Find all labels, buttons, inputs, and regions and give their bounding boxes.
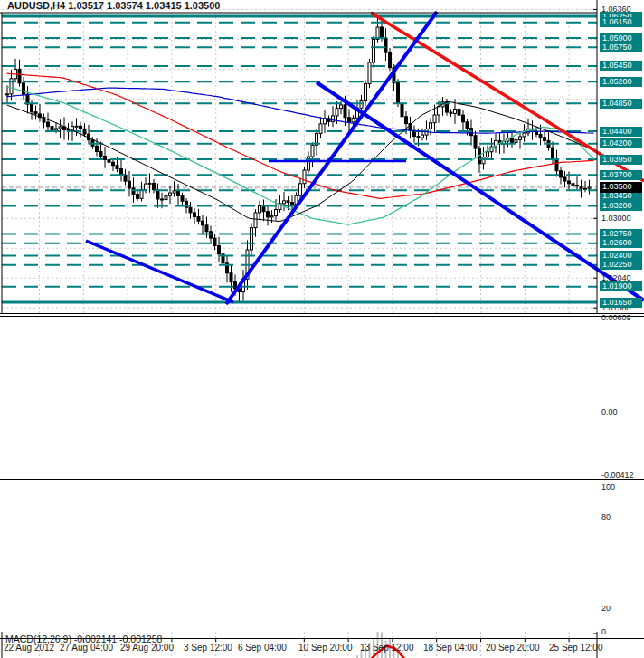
price-level-label: 1.05450	[600, 61, 642, 71]
price-level-label: 1.02600	[600, 238, 642, 248]
time-axis-label: 6 Sep 04:00	[238, 643, 287, 653]
stoch-axis-label: 100	[601, 482, 615, 491]
stoch-axis-label: 0	[601, 627, 606, 636]
price-level-label: 1.03700	[600, 170, 642, 180]
mt4-chart-window: AUDUSD,H4 1.03517 1.03574 1.03415 1.0350…	[0, 0, 644, 658]
main-chart-canvas[interactable]	[0, 0, 644, 314]
price-level-label: 1.04400	[600, 127, 642, 137]
panel-separator-line	[0, 313, 644, 314]
price-level-label: 1.01900	[600, 281, 642, 291]
main-chart-panel: AUDUSD,H4 1.03517 1.03574 1.03415 1.0350…	[0, 0, 644, 314]
stoch-axis-label: 20	[601, 604, 611, 613]
price-level-label: 1.06150	[600, 17, 642, 27]
time-axis-label: 20 Sep 20:00	[486, 643, 540, 653]
time-axis-label: 25 Sep 12:00	[549, 643, 603, 653]
macd-axis-label: -0.00412	[601, 471, 634, 480]
price-level-label: 1.03950	[600, 155, 642, 165]
time-axis-label: 13 Sep 12:00	[360, 643, 414, 653]
macd-label: MACD(12,26,9) -0.002141 -0.001258	[5, 634, 162, 644]
macd-axis-label: 0.00	[601, 407, 618, 416]
price-level-label: 1.04200	[600, 138, 642, 148]
price-level-label: 1.05200	[600, 77, 642, 87]
stoch-axis-label: 80	[601, 512, 611, 521]
macd-panel: MACD(12,26,9) -0.002141 -0.001258	[0, 316, 644, 479]
price-level-label: 1.02250	[600, 260, 642, 270]
time-axis-label: 18 Sep 04:00	[423, 643, 478, 653]
price-axis[interactable]: 1.063601.030001.020401.015601.062501.061…	[598, 0, 644, 638]
panel-separator-line	[0, 479, 644, 480]
panel-separator-line	[0, 482, 644, 482]
price-level-label: 1.05750	[600, 43, 642, 52]
price-level-label: 1.04850	[600, 99, 642, 109]
time-axis-label: 10 Sep 20:00	[298, 643, 353, 653]
chart-title: AUDUSD,H4 1.03517 1.03574 1.03415 1.0350…	[7, 0, 220, 11]
current-price-label: 1.03500	[600, 182, 642, 193]
panel-separator-line	[0, 316, 644, 317]
price-axis-label: 1.03000	[601, 214, 631, 223]
price-level-label: 1.03200	[600, 201, 642, 211]
time-axis-label: 3 Sep 12:00	[184, 643, 232, 653]
price-level-label: 1.01650	[600, 298, 642, 308]
stoch-panel: Stoch(13,3,3) 10.3200 14.3570 FxPro MT4,…	[0, 482, 644, 638]
macd-axis-label: 0.00609	[601, 313, 631, 322]
